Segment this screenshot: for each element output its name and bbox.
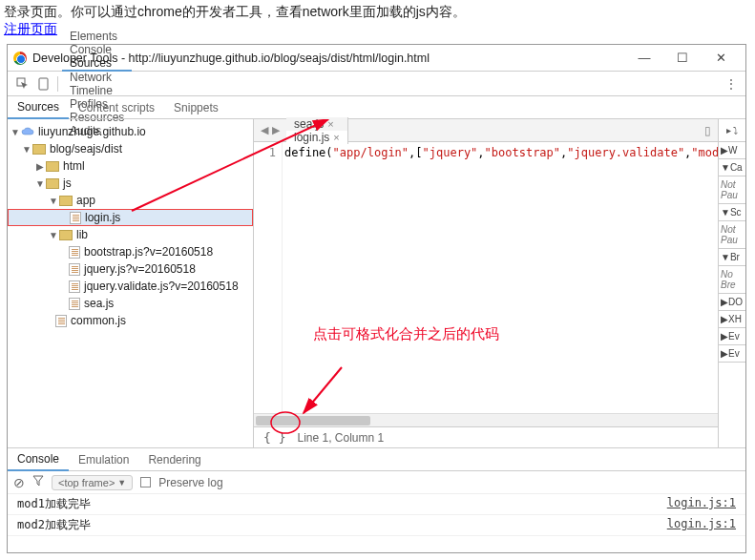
register-link[interactable]: 注册页面	[4, 21, 57, 38]
page-intro-text: 登录页面。你可以通过chrome的开发者工具，查看network里面加载的js内…	[0, 0, 755, 21]
panel-tab-elements[interactable]: Elements	[62, 30, 132, 38]
